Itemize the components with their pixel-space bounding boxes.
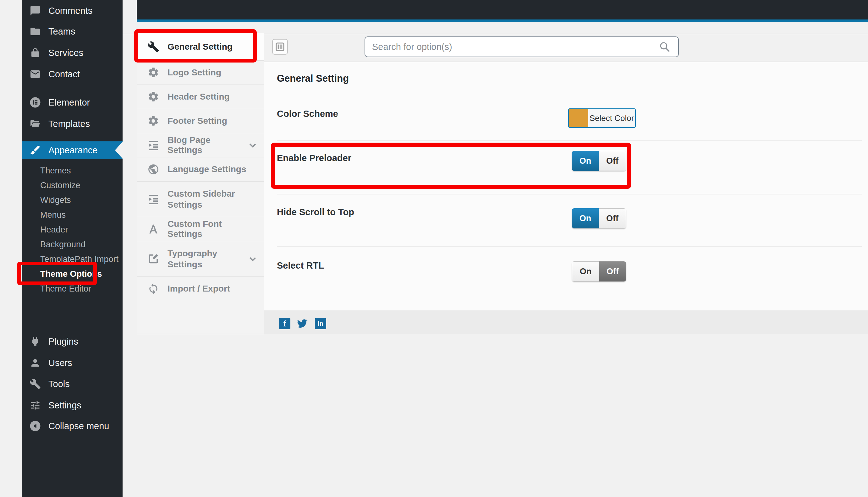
toggle-off[interactable]: Off (599, 261, 626, 282)
tab-label: Footer Setting (168, 116, 227, 126)
sidebar-item-collapse-menu[interactable]: Collapse menu (22, 415, 123, 437)
indent-list-icon (148, 193, 159, 205)
sidebar-item-teams[interactable]: Teams (22, 21, 123, 42)
sidebar-subitem-theme-options[interactable]: Theme Options (22, 267, 123, 282)
tab-import-export[interactable]: Import / Export (137, 277, 264, 301)
facebook-icon[interactable]: f (279, 318, 290, 329)
enable-preloader-toggle[interactable]: On Off (572, 151, 626, 171)
sidebar-subitem-theme-editor[interactable]: Theme Editor (22, 282, 123, 296)
sidebar-item-templates[interactable]: Templates (22, 113, 123, 134)
sidebar-item-label: Appearance (48, 145, 97, 156)
gear-icon (148, 115, 159, 127)
plug-icon (30, 336, 41, 347)
sidebar-subitem-widgets[interactable]: Widgets (22, 193, 123, 208)
tab-header-setting[interactable]: Header Setting (137, 85, 264, 109)
tab-label: Logo Setting (168, 68, 221, 77)
settings-content-area (264, 62, 868, 310)
content-footer (264, 310, 868, 334)
sidebar-item-services[interactable]: Services (22, 42, 123, 63)
submenu-label: Themes (40, 166, 71, 175)
divider (277, 140, 862, 141)
chevron-down-icon (248, 254, 257, 264)
tab-label: Import / Export (168, 284, 230, 294)
submenu-label: Customize (40, 181, 81, 190)
open-folder-icon (30, 118, 41, 129)
sidebar-item-users[interactable]: Users (22, 352, 123, 373)
toggle-on[interactable]: On (572, 261, 599, 282)
search-input[interactable] (365, 37, 679, 57)
wrench-icon (30, 378, 41, 389)
submenu-label: Theme Options (40, 269, 102, 279)
wordpress-admin-screen: Comments Teams Services Contact Elemento… (0, 0, 868, 497)
color-scheme-label: Color Scheme (277, 109, 338, 119)
select-rtl-label: Select RTL (277, 260, 324, 271)
search-icon (659, 41, 671, 53)
gear-icon (148, 91, 159, 103)
tab-custom-sidebar-settings[interactable]: Custom Sidebar Settings (137, 182, 264, 217)
select-color-label: Select Color (588, 109, 635, 127)
select-rtl-toggle[interactable]: On Off (572, 261, 626, 282)
sidebar-item-appearance[interactable]: Appearance (22, 141, 123, 159)
sidebar-subitem-templatepath-import[interactable]: TemplatePath Import (22, 252, 123, 267)
sidebar-item-plugins[interactable]: Plugins (22, 331, 123, 352)
select-color-button[interactable]: Select Color (568, 109, 636, 128)
toggle-off[interactable]: Off (599, 151, 626, 171)
page-title: General Setting (277, 73, 349, 84)
tab-footer-setting[interactable]: Footer Setting (137, 109, 264, 133)
sliders-icon (30, 400, 41, 411)
submenu-label: Widgets (40, 195, 71, 205)
sidebar-item-comments[interactable]: Comments (22, 0, 123, 22)
tab-logo-setting[interactable]: Logo Setting (137, 61, 264, 85)
hide-scroll-label: Hide Scroll to Top (277, 207, 354, 217)
gear-icon (148, 67, 159, 79)
sidebar-subitem-header[interactable]: Header (22, 223, 123, 237)
toggle-on[interactable]: On (572, 151, 599, 171)
tab-blog-page-settings[interactable]: Blog Page Settings (137, 133, 264, 157)
divider (277, 246, 862, 246)
sidebar-subitem-background[interactable]: Background (22, 237, 123, 252)
sidebar-item-contact[interactable]: Contact (22, 63, 123, 85)
sidebar-item-settings[interactable]: Settings (22, 395, 123, 416)
submenu-label: Header (40, 225, 68, 235)
bag-icon (30, 47, 41, 58)
enable-preloader-label: Enable Preloader (277, 153, 351, 164)
indent-list-icon (148, 139, 159, 151)
tab-custom-font-settings[interactable]: Custom Font Settings (137, 217, 264, 241)
admin-sidebar: Comments Teams Services Contact Elemento… (22, 0, 123, 497)
user-icon (30, 357, 41, 369)
twitter-icon[interactable] (297, 318, 308, 329)
sidebar-subitem-menus[interactable]: Menus (22, 208, 123, 223)
tab-label: Header Setting (168, 92, 230, 102)
chevron-down-icon (248, 140, 257, 150)
sidebar-item-label: Elementor (48, 97, 90, 108)
divider (277, 194, 862, 195)
submenu-label: Background (40, 240, 85, 250)
tab-label: Custom Sidebar Settings (168, 188, 243, 210)
tab-general-setting[interactable]: General Setting (137, 33, 264, 61)
linkedin-icon[interactable]: in (315, 318, 326, 329)
sidebar-subitem-themes[interactable]: Themes (22, 164, 123, 178)
sidebar-item-label: Comments (48, 6, 93, 16)
hide-scroll-toggle[interactable]: On Off (572, 208, 626, 228)
elementor-icon (30, 97, 41, 108)
toggle-on[interactable]: On (572, 208, 599, 228)
tab-language-settings[interactable]: Language Settings (137, 157, 264, 182)
sidebar-item-label: Settings (48, 400, 81, 411)
panel-collapse-button[interactable] (272, 39, 288, 55)
sidebar-subitem-customize[interactable]: Customize (22, 178, 123, 193)
admin-top-bar (137, 0, 868, 19)
layout-icon (275, 42, 285, 52)
folder-icon (30, 26, 41, 37)
brush-icon (30, 144, 41, 156)
collapse-icon (30, 420, 41, 432)
toggle-off[interactable]: Off (599, 208, 626, 228)
sidebar-item-elementor[interactable]: Elementor (22, 92, 123, 113)
tab-label: Language Settings (168, 164, 246, 174)
tab-typography-settings[interactable]: Typography Settings (137, 241, 264, 277)
tab-label: Custom Font Settings (168, 219, 257, 239)
color-swatch[interactable] (569, 109, 588, 127)
sidebar-item-tools[interactable]: Tools (22, 373, 123, 395)
sidebar-item-label: Collapse menu (48, 421, 109, 431)
sidebar-item-label: Teams (48, 26, 75, 37)
font-icon (148, 223, 159, 235)
